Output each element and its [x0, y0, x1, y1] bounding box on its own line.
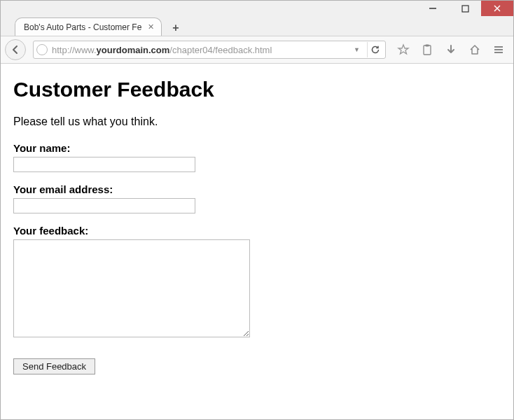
email-label: Your email address: — [13, 183, 501, 195]
intro-text: Please tell us what you think. — [13, 115, 501, 128]
svg-rect-1 — [462, 6, 468, 12]
page-content: Customer Feedback Please tell us what yo… — [1, 64, 513, 419]
tab-close-icon[interactable]: ✕ — [146, 22, 155, 32]
name-label: Your name: — [13, 142, 501, 154]
back-button[interactable] — [5, 39, 26, 60]
page-heading: Customer Feedback — [13, 78, 501, 102]
url-bar[interactable]: http://www.yourdomain.com/chapter04/feed… — [33, 41, 386, 59]
name-row: Your name: — [13, 142, 501, 172]
feedback-textarea[interactable] — [13, 239, 250, 337]
browser-window: Bob's Auto Parts - Customer Fe... ✕ + ht… — [0, 0, 514, 420]
feedback-row: Your feedback: — [13, 225, 501, 340]
feedback-label: Your feedback: — [13, 225, 501, 237]
tab-strip: Bob's Auto Parts - Customer Fe... ✕ + — [1, 16, 513, 36]
url-dropdown-icon[interactable]: ▼ — [351, 46, 363, 53]
email-input[interactable] — [13, 198, 195, 214]
url-text: http://www.yourdomain.com/chapter04/feed… — [52, 45, 347, 55]
window-minimize-button[interactable] — [417, 1, 449, 16]
url-prefix: http://www. — [52, 45, 97, 55]
new-tab-button[interactable]: + — [167, 20, 184, 36]
reload-button[interactable] — [367, 42, 382, 57]
name-input[interactable] — [13, 157, 195, 172]
window-close-button[interactable] — [481, 1, 513, 16]
globe-icon — [36, 44, 48, 55]
bookmark-star-icon[interactable] — [393, 39, 414, 60]
browser-tab[interactable]: Bob's Auto Parts - Customer Fe... ✕ — [15, 18, 162, 36]
menu-icon[interactable] — [488, 39, 509, 60]
svg-rect-4 — [424, 46, 431, 55]
clipboard-icon[interactable] — [417, 39, 438, 60]
email-row: Your email address: — [13, 183, 501, 214]
window-maximize-button[interactable] — [449, 1, 481, 16]
send-feedback-button[interactable]: Send Feedback — [13, 358, 95, 374]
browser-toolbar: http://www.yourdomain.com/chapter04/feed… — [1, 36, 513, 64]
window-titlebar — [1, 1, 513, 16]
svg-rect-5 — [426, 45, 429, 47]
home-icon[interactable] — [464, 39, 485, 60]
downloads-icon[interactable] — [440, 39, 461, 60]
url-domain: yourdomain.com — [97, 45, 170, 55]
tab-title: Bob's Auto Parts - Customer Fe... — [24, 22, 142, 32]
url-path: /chapter04/feedback.html — [169, 45, 272, 55]
